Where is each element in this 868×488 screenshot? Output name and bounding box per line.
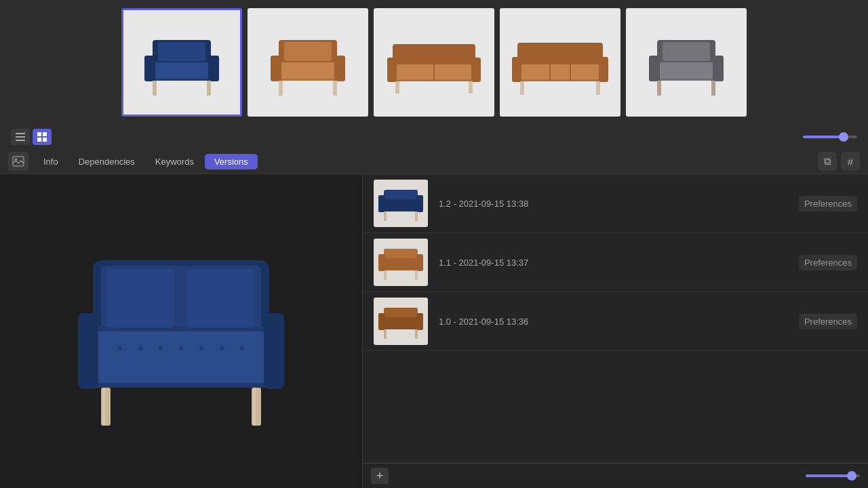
thumbnail-item-4[interactable] xyxy=(500,8,620,117)
version-item-2[interactable]: 1.1 - 2021-09-15 13:37 Preferences xyxy=(363,233,868,292)
version-item-1[interactable]: 1.2 - 2021-09-15 13:38 Preferences xyxy=(363,174,868,233)
copy-action-button[interactable]: ⧉ xyxy=(818,152,837,171)
thumbnail-item-2[interactable] xyxy=(248,8,368,117)
svg-rect-41 xyxy=(16,133,25,134)
svg-rect-39 xyxy=(711,81,715,96)
size-slider-fill xyxy=(803,136,844,138)
svg-point-61 xyxy=(220,346,224,350)
version-3-chair-icon xyxy=(377,301,425,342)
svg-rect-7 xyxy=(158,42,205,61)
size-slider-thumb[interactable] xyxy=(839,132,848,142)
svg-rect-20 xyxy=(471,58,481,82)
svg-rect-19 xyxy=(387,58,397,82)
size-slider-container xyxy=(803,136,857,138)
list-icon xyxy=(16,133,25,141)
version-label-3: 1.0 - 2021-09-15 13:36 xyxy=(439,317,788,327)
svg-rect-75 xyxy=(382,257,419,270)
version-label-2: 1.1 - 2021-09-15 13:37 xyxy=(439,258,788,268)
tab-versions-button[interactable]: Versions xyxy=(205,154,258,169)
svg-rect-12 xyxy=(334,56,345,81)
svg-rect-3 xyxy=(144,56,155,81)
thumbnail-item-3[interactable] xyxy=(374,8,494,117)
svg-rect-38 xyxy=(657,81,661,96)
version-preferences-2[interactable]: Preferences xyxy=(799,255,857,270)
svg-rect-21 xyxy=(395,81,399,94)
version-2-chair-icon xyxy=(377,242,425,283)
versions-panel: 1.2 - 2021-09-15 13:38 Preferences xyxy=(363,174,868,488)
hash-action-button[interactable]: # xyxy=(841,152,860,171)
version-label-1: 1.2 - 2021-09-15 13:38 xyxy=(439,199,788,209)
svg-rect-14 xyxy=(333,81,337,96)
photo-icon xyxy=(12,156,24,167)
size-slider-track[interactable] xyxy=(803,136,857,138)
add-version-button[interactable]: + xyxy=(371,468,389,484)
svg-rect-55 xyxy=(264,313,284,389)
version-item-3[interactable]: 1.0 - 2021-09-15 13:36 Preferences xyxy=(363,292,868,351)
tab-keywords-button[interactable]: Keywords xyxy=(146,154,203,169)
svg-rect-15 xyxy=(284,42,332,61)
svg-rect-4 xyxy=(208,56,219,81)
svg-rect-42 xyxy=(16,136,25,138)
tab-bar: Info Dependencies Keywords Versions ⧉ # xyxy=(0,149,868,174)
svg-rect-83 xyxy=(378,313,385,330)
svg-rect-45 xyxy=(43,132,47,136)
svg-rect-70 xyxy=(384,190,418,199)
svg-rect-30 xyxy=(596,81,600,95)
toolbar-row xyxy=(0,125,868,149)
svg-rect-25 xyxy=(517,43,603,66)
version-list: 1.2 - 2021-09-15 13:38 Preferences xyxy=(363,174,868,463)
svg-rect-29 xyxy=(520,81,524,95)
svg-rect-67 xyxy=(102,388,105,426)
svg-rect-40 xyxy=(663,42,710,61)
version-slider-track[interactable] xyxy=(806,474,860,477)
tab-dependencies-button[interactable]: Dependencies xyxy=(69,154,144,169)
tab-icon xyxy=(8,152,28,171)
svg-rect-2 xyxy=(155,62,209,79)
svg-point-57 xyxy=(138,346,142,350)
svg-rect-84 xyxy=(416,313,423,330)
version-slider-fill xyxy=(806,474,852,477)
svg-rect-11 xyxy=(271,56,281,81)
svg-rect-78 xyxy=(416,254,423,271)
svg-rect-47 xyxy=(43,138,47,142)
version-slider-thumb[interactable] xyxy=(847,471,856,481)
svg-rect-77 xyxy=(378,254,385,271)
version-thumb-2 xyxy=(374,239,428,286)
svg-rect-82 xyxy=(384,308,418,317)
svg-rect-27 xyxy=(512,57,521,82)
svg-point-60 xyxy=(199,346,203,350)
grid-view-button[interactable] xyxy=(33,129,52,145)
tab-info-button[interactable]: Info xyxy=(34,154,68,169)
version-preferences-1[interactable]: Preferences xyxy=(799,196,857,211)
svg-point-62 xyxy=(240,346,244,350)
svg-rect-44 xyxy=(37,132,41,136)
svg-rect-85 xyxy=(384,329,387,339)
app-container: Info Dependencies Keywords Versions ⧉ # xyxy=(0,0,868,488)
versions-bottom-bar: + xyxy=(363,463,868,488)
thumbnail-item-1[interactable] xyxy=(121,8,242,117)
svg-point-59 xyxy=(179,346,183,350)
svg-rect-68 xyxy=(253,388,256,426)
svg-rect-73 xyxy=(384,211,387,221)
tan-sofa-small-thumb-icon xyxy=(383,25,485,100)
svg-rect-10 xyxy=(281,62,335,79)
thumbnail-item-5[interactable] xyxy=(626,8,747,117)
svg-rect-80 xyxy=(415,270,418,280)
grey-chair-thumb-icon xyxy=(642,25,730,100)
preview-panel xyxy=(0,174,363,488)
svg-rect-69 xyxy=(382,198,419,211)
version-preferences-3[interactable]: Preferences xyxy=(799,314,857,329)
svg-rect-71 xyxy=(378,195,385,212)
svg-point-56 xyxy=(118,346,122,350)
svg-rect-54 xyxy=(78,313,98,389)
svg-rect-46 xyxy=(37,138,41,142)
svg-rect-37 xyxy=(713,56,724,81)
list-view-button[interactable] xyxy=(11,129,30,145)
svg-rect-36 xyxy=(649,56,660,81)
tan-sofa-large-thumb-icon xyxy=(509,25,611,100)
view-toggle xyxy=(11,129,52,145)
svg-rect-22 xyxy=(469,81,473,94)
svg-rect-43 xyxy=(16,140,25,141)
svg-rect-86 xyxy=(415,329,418,339)
version-thumb-3 xyxy=(374,298,428,345)
